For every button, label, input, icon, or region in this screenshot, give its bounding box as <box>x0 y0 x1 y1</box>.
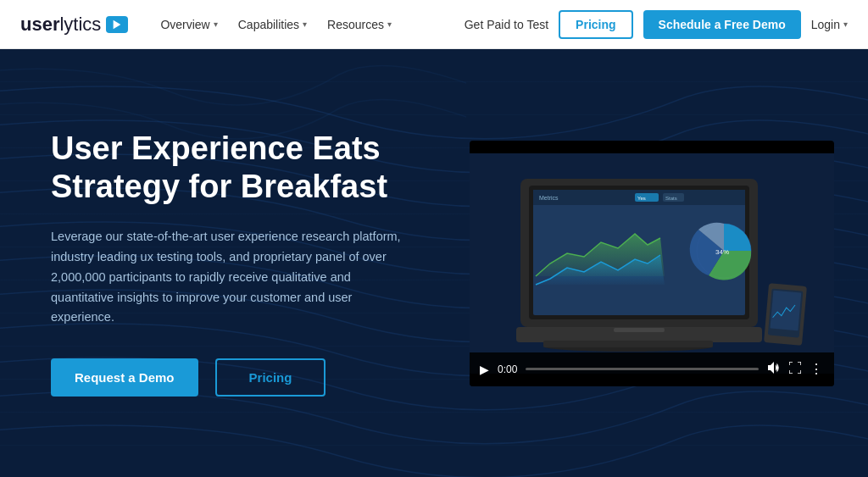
more-options-icon[interactable]: ⋮ <box>810 361 824 377</box>
video-wrapper: Metrics Yes Stats <box>470 141 834 386</box>
svg-text:Metrics: Metrics <box>539 195 559 201</box>
login-button[interactable]: Login ▾ <box>811 18 848 31</box>
svg-rect-14 <box>614 328 665 332</box>
fullscreen-icon[interactable] <box>789 362 801 376</box>
svg-text:Stats: Stats <box>665 196 677 201</box>
nav-right: Get Paid to Test Pricing Schedule a Free… <box>465 10 848 39</box>
schedule-demo-button[interactable]: Schedule a Free Demo <box>643 10 801 39</box>
volume-icon[interactable] <box>767 362 781 376</box>
chevron-down-icon: ▾ <box>843 19 848 29</box>
get-paid-link[interactable]: Get Paid to Test <box>465 18 548 31</box>
hero-subtitle: Leverage our state-of-the-art user exper… <box>51 227 407 329</box>
navbar: userlytics Overview ▾ Capabilities ▾ Res… <box>0 0 868 49</box>
hero-section: .wave-line { fill: none; stroke: rgba(40… <box>0 49 868 477</box>
svg-text:34%: 34% <box>715 248 729 256</box>
nav-menu: Overview ▾ Capabilities ▾ Resources ▾ <box>152 13 464 36</box>
hero-buttons: Request a Demo Pricing <box>51 358 458 397</box>
laptop-illustration: Metrics Yes Stats <box>470 141 834 386</box>
progress-bar[interactable] <box>526 368 759 370</box>
svg-marker-0 <box>114 19 121 29</box>
logo-lytics: lytics <box>59 14 101 35</box>
play-button[interactable]: ▶ <box>480 363 489 376</box>
chevron-down-icon: ▾ <box>214 19 218 29</box>
pricing-button[interactable]: Pricing <box>559 10 632 39</box>
logo[interactable]: userlytics <box>20 14 128 36</box>
nav-item-capabilities[interactable]: Capabilities ▾ <box>230 13 315 36</box>
chevron-down-icon: ▾ <box>387 19 392 29</box>
logo-play-icon <box>111 19 123 31</box>
hero-video: Metrics Yes Stats <box>470 141 834 386</box>
logo-icon <box>106 16 128 33</box>
svg-rect-19 <box>770 290 801 330</box>
chevron-down-icon: ▾ <box>303 19 307 29</box>
logo-user: user <box>20 14 59 35</box>
nav-item-resources[interactable]: Resources ▾ <box>319 13 400 36</box>
hero-title: User Experience Eats Strategy for Breakf… <box>51 130 458 207</box>
nav-item-overview[interactable]: Overview ▾ <box>152 13 225 36</box>
svg-rect-16 <box>543 341 713 347</box>
hero-content: User Experience Eats Strategy for Breakf… <box>51 130 458 397</box>
hero-pricing-button[interactable]: Pricing <box>215 358 326 397</box>
time-display: 0:00 <box>498 363 517 375</box>
video-controls: ▶ 0:00 ⋮ <box>470 352 834 386</box>
svg-text:Yes: Yes <box>637 196 646 201</box>
request-demo-button[interactable]: Request a Demo <box>51 358 198 397</box>
